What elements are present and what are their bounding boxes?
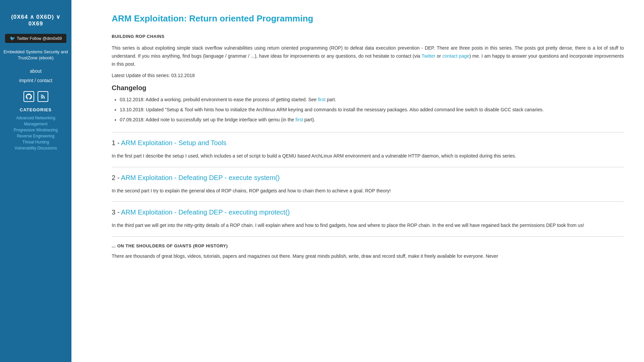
section-1-desc: In the first part I describe the setup I… [112, 152, 624, 160]
divider-2 [112, 167, 624, 167]
section-1-number: 1 - [112, 139, 121, 146]
changelog-item-3: 07.09.2018: Added note to successfully s… [120, 116, 624, 124]
github-icon[interactable] [23, 91, 34, 102]
page-title: ARM Exploitation: Return oriented Progra… [112, 13, 624, 24]
section-2-heading: 2 - ARM Exploitation - Defeating DEP - e… [112, 174, 624, 182]
on-shoulders-desc: There are thousands of great blogs, vide… [112, 252, 624, 260]
twitter-follow-button[interactable]: 🐦 Twitter Follow @dim0x69 [5, 34, 66, 43]
changelog-list: 03.12.2018: Added a working, prebuild en… [112, 96, 624, 124]
section-3-title[interactable]: ARM Exploitation - Defeating DEP - execu… [121, 208, 290, 216]
section-3-number: 3 - [112, 208, 121, 216]
section-2-number: 2 - [112, 174, 121, 181]
section-3-block: 3 - ARM Exploitation - Defeating DEP - e… [112, 208, 624, 230]
divider-4 [112, 236, 624, 237]
site-title: (0X64 ∧ 0X6D) ∨ 0X69 [0, 7, 71, 34]
social-icons-row [23, 91, 48, 102]
section-3-desc: In the third part we will get into the n… [112, 222, 624, 230]
cat-management[interactable]: Management [24, 121, 47, 127]
section-1-block: 1 - ARM Exploitation - Setup and Tools I… [112, 139, 624, 160]
latest-update: Latest Update of this series: 03.12.2018 [112, 73, 624, 78]
svg-point-0 [41, 98, 42, 99]
categories-title: CATEGORIES [20, 107, 52, 112]
section-1-title[interactable]: ARM Exploitation - Setup and Tools [121, 139, 226, 146]
section-2-block: 2 - ARM Exploitation - Defeating DEP - e… [112, 174, 624, 195]
cat-advanced-networking[interactable]: Advanced Networking [16, 115, 55, 121]
changelog-first-link-1[interactable]: first [318, 97, 326, 102]
divider-1 [112, 132, 624, 132]
intro-paragraph: This series is about exploiting simple s… [112, 44, 624, 68]
building-header: BUILDING ROP CHAINS [112, 34, 624, 39]
contact-page-link[interactable]: contact page [442, 53, 469, 59]
changelog-title: Changelog [112, 84, 624, 92]
twitter-follow-label: Twitter Follow @dim0x69 [17, 36, 62, 41]
imprint-link[interactable]: imprint / contact [0, 76, 71, 85]
cat-reverse-engineering[interactable]: Reverse Engineering [17, 133, 54, 139]
cat-threat-hunting[interactable]: Threat Hunting [22, 139, 49, 145]
main-content: ARM Exploitation: Return oriented Progra… [71, 0, 644, 362]
ebook-link[interactable]: Embedded Systems Security and TrustZone … [0, 49, 71, 66]
section-2-title[interactable]: ARM Exploitation - Defeating DEP - execu… [121, 174, 280, 181]
twitter-link[interactable]: Twitter [422, 53, 435, 59]
divider-3 [112, 201, 624, 202]
cat-progressive-windowzing[interactable]: Progressive Windowzing [14, 127, 58, 133]
changelog-item-2: 13.10.2018: Updated "Setup & Tool with h… [120, 106, 624, 114]
section-1-heading: 1 - ARM Exploitation - Setup and Tools [112, 139, 624, 147]
changelog-first-link-3[interactable]: first [296, 117, 303, 122]
section-2-desc: In the second part I try to explain the … [112, 187, 624, 195]
on-shoulders-header: ... ON THE SHOULDERS OF GIANTS (ROP HIST… [112, 243, 624, 248]
rss-icon[interactable] [38, 91, 48, 102]
section-3-heading: 3 - ARM Exploitation - Defeating DEP - e… [112, 208, 624, 216]
cat-vulnerability-disussions[interactable]: Vulnerability Disussions [14, 145, 57, 151]
changelog-item-1: 03.12.2018: Added a working, prebuild en… [120, 96, 624, 104]
twitter-icon: 🐦 [10, 36, 15, 41]
sidebar: (0X64 ∧ 0X6D) ∨ 0X69 🐦 Twitter Follow @d… [0, 0, 71, 362]
about-link[interactable]: about [0, 66, 71, 76]
